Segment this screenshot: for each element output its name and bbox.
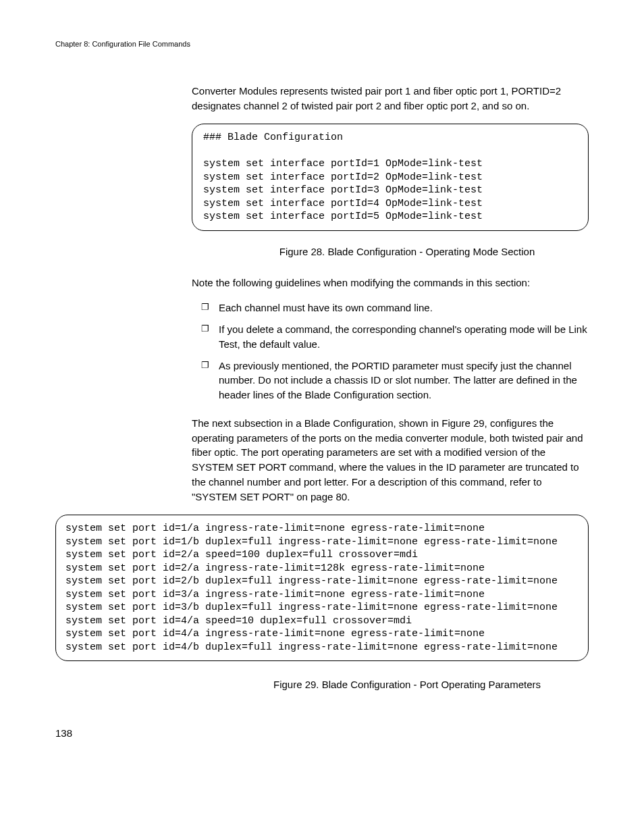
code-block-blade-config: ### Blade Configuration system set inter…: [192, 124, 589, 231]
list-item-text: Each channel must have its own command l…: [219, 302, 433, 313]
code-block-port-params: system set port id=1/a ingress-rate-limi…: [55, 515, 589, 661]
next-subsection-paragraph: The next subsection in a Blade Configura…: [192, 416, 589, 504]
bullet-icon: ❐: [201, 359, 209, 372]
figure-28-caption: Figure 28. Blade Configuration - Operati…: [225, 244, 589, 259]
figure-29-caption: Figure 29. Blade Configuration - Port Op…: [225, 677, 589, 692]
list-item-text: As previously mentioned, the PORTID para…: [219, 360, 577, 401]
list-item: ❐If you delete a command, the correspond…: [201, 322, 589, 352]
bullet-icon: ❐: [201, 323, 209, 336]
guidelines-list: ❐Each channel must have its own command …: [201, 301, 589, 402]
page-header: Chapter 8: Configuration File Commands: [55, 39, 589, 50]
note-intro: Note the following guidelines when modif…: [192, 276, 589, 290]
list-item-text: If you delete a command, the correspondi…: [219, 323, 587, 350]
list-item: ❐Each channel must have its own command …: [201, 301, 589, 315]
list-item: ❐As previously mentioned, the PORTID par…: [201, 359, 589, 402]
intro-paragraph: Converter Modules represents twisted pai…: [192, 84, 589, 113]
bullet-icon: ❐: [201, 301, 209, 314]
page-number: 138: [55, 726, 589, 741]
